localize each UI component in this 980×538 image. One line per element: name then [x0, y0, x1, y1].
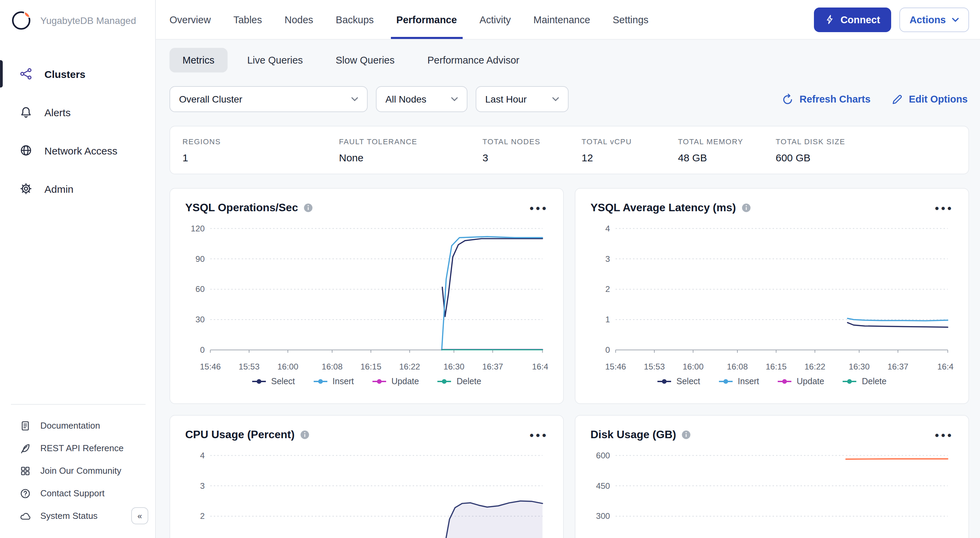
- tab-tables[interactable]: Tables: [233, 0, 262, 39]
- sidebar-footer-item-rest-api-reference[interactable]: REST API Reference: [0, 437, 155, 459]
- sidebar-footer: DocumentationREST API ReferenceJoin Our …: [0, 404, 155, 527]
- globe-icon: [20, 144, 32, 156]
- tab-maintenance[interactable]: Maintenance: [533, 0, 590, 39]
- main-area: OverviewTablesNodesBackupsPerformanceAct…: [156, 0, 980, 538]
- svg-text:16:22: 16:22: [804, 362, 825, 371]
- stat-regions: REGIONS1: [183, 137, 339, 163]
- svg-text:2: 2: [606, 284, 610, 294]
- chart-menu-button[interactable]: ●●●: [935, 204, 953, 212]
- svg-text:3: 3: [606, 254, 610, 264]
- legend-item-insert[interactable]: Insert: [719, 376, 759, 386]
- subtab-slow-queries[interactable]: Slow Queries: [323, 48, 407, 72]
- chart-plot: 030609012015:4615:5316:0016:0816:1516:22…: [185, 220, 548, 374]
- tab-activity[interactable]: Activity: [479, 0, 511, 39]
- sidebar-item-alerts[interactable]: Alerts: [0, 93, 155, 131]
- cluster-select[interactable]: Overall Cluster: [170, 86, 368, 112]
- sidebar-item-clusters[interactable]: Clusters: [0, 55, 155, 93]
- svg-text:16:08: 16:08: [321, 362, 342, 371]
- sidebar-item-admin[interactable]: Admin: [0, 170, 155, 208]
- info-icon[interactable]: [300, 430, 310, 439]
- info-icon[interactable]: [682, 430, 691, 439]
- stat-value: 1: [183, 152, 339, 163]
- svg-text:16:46: 16:46: [532, 362, 548, 371]
- stat-value: 600 GB: [776, 152, 956, 163]
- legend-item-update[interactable]: Update: [372, 376, 419, 386]
- stat-total-nodes: TOTAL NODES3: [482, 137, 582, 163]
- brand-name: YugabyteDB Managed: [40, 15, 136, 26]
- document-icon: [20, 420, 31, 431]
- chevron-down-icon: [451, 97, 458, 101]
- svg-text:16:46: 16:46: [937, 362, 953, 371]
- info-icon[interactable]: [304, 203, 313, 213]
- topbar: OverviewTablesNodesBackupsPerformanceAct…: [156, 0, 980, 40]
- time-range-value: Last Hour: [485, 94, 527, 105]
- svg-text:16:22: 16:22: [399, 362, 420, 371]
- legend-item-update[interactable]: Update: [778, 376, 824, 386]
- legend-item-select[interactable]: Select: [252, 376, 295, 386]
- chart-plot: 0123415:4615:5316:0016:0816:1516:2216:30…: [185, 447, 548, 538]
- chart-title: YSQL Average Latency (ms): [590, 202, 736, 214]
- sidebar-item-label: Alerts: [45, 106, 71, 118]
- clusters-icon: [20, 68, 32, 80]
- chart-card-ysql-average-latency-ms: YSQL Average Latency (ms)●●●0123415:4615…: [575, 188, 969, 404]
- tab-performance[interactable]: Performance: [396, 0, 457, 39]
- chart-title: CPU Usage (Percent): [185, 429, 294, 441]
- sidebar-footer-item-documentation[interactable]: Documentation: [0, 414, 155, 437]
- nodes-select[interactable]: All Nodes: [376, 86, 468, 112]
- legend-item-insert[interactable]: Insert: [313, 376, 354, 386]
- tab-overview[interactable]: Overview: [170, 0, 211, 39]
- legend-label: Delete: [862, 376, 886, 386]
- legend-label: Insert: [332, 376, 354, 386]
- chart-title: Disk Usage (GB): [590, 429, 676, 441]
- stat-fault-tolerance: FAULT TOLERANCENone: [339, 137, 482, 163]
- chart-menu-button[interactable]: ●●●: [529, 204, 548, 212]
- svg-text:30: 30: [196, 315, 205, 324]
- connect-button[interactable]: Connect: [814, 7, 891, 32]
- svg-text:1: 1: [606, 315, 610, 324]
- edit-options-button[interactable]: Edit Options: [891, 93, 968, 105]
- chart-actions: Refresh Charts Edit Options: [782, 93, 969, 105]
- topbar-actions: Connect Actions: [814, 7, 969, 32]
- svg-text:60: 60: [196, 284, 205, 294]
- legend-item-delete[interactable]: Delete: [438, 376, 481, 386]
- svg-text:120: 120: [191, 224, 205, 233]
- legend-label: Delete: [457, 376, 481, 386]
- chart-card-ysql-operations-sec: YSQL Operations/Sec●●●030609012015:4615:…: [170, 188, 564, 404]
- chart-menu-button[interactable]: ●●●: [529, 431, 548, 439]
- subtab-metrics[interactable]: Metrics: [170, 48, 227, 72]
- sidebar-item-network-access[interactable]: Network Access: [0, 131, 155, 170]
- tab-settings[interactable]: Settings: [612, 0, 649, 39]
- yugabyte-logo-icon: [10, 9, 33, 32]
- chart-header: YSQL Operations/Sec●●●: [185, 200, 548, 216]
- tab-nodes[interactable]: Nodes: [285, 0, 313, 39]
- svg-text:4: 4: [606, 224, 610, 233]
- chart-header: Disk Usage (GB)●●●: [590, 427, 953, 443]
- sidebar-footer-item-join-our-community[interactable]: Join Our Community: [0, 459, 155, 482]
- sidebar-footer-item-contact-support[interactable]: Contact Support: [0, 482, 155, 505]
- api-icon: [20, 442, 31, 454]
- svg-text:15:46: 15:46: [605, 362, 626, 371]
- subtab-live-queries[interactable]: Live Queries: [234, 48, 316, 72]
- svg-text:16:37: 16:37: [482, 362, 503, 371]
- svg-text:0: 0: [606, 345, 610, 355]
- time-range-select[interactable]: Last Hour: [476, 86, 569, 112]
- chart-menu-button[interactable]: ●●●: [935, 431, 953, 439]
- svg-text:3: 3: [200, 481, 205, 490]
- sidebar-item-label: Network Access: [45, 145, 117, 156]
- svg-text:450: 450: [596, 481, 610, 490]
- info-icon[interactable]: [741, 203, 751, 213]
- sidebar-nav: ClustersAlertsNetwork AccessAdmin: [0, 55, 155, 208]
- legend-item-select[interactable]: Select: [657, 376, 700, 386]
- sidebar-footer-label: Contact Support: [40, 488, 105, 498]
- legend-item-delete[interactable]: Delete: [843, 376, 886, 386]
- stat-total-vcpu: TOTAL vCPU12: [582, 137, 678, 163]
- subtab-performance-advisor[interactable]: Performance Advisor: [415, 48, 532, 72]
- sidebar-collapse-button[interactable]: «: [131, 507, 148, 524]
- chart-plot: 015030045060015:4615:5316:0016:0816:1516…: [590, 447, 953, 538]
- stat-label: REGIONS: [183, 137, 339, 146]
- brand[interactable]: YugabyteDB Managed: [0, 0, 155, 41]
- actions-button[interactable]: Actions: [899, 7, 969, 32]
- performance-subtabs: MetricsLive QueriesSlow QueriesPerforman…: [170, 48, 969, 72]
- tab-backups[interactable]: Backups: [336, 0, 374, 39]
- refresh-charts-button[interactable]: Refresh Charts: [782, 93, 871, 105]
